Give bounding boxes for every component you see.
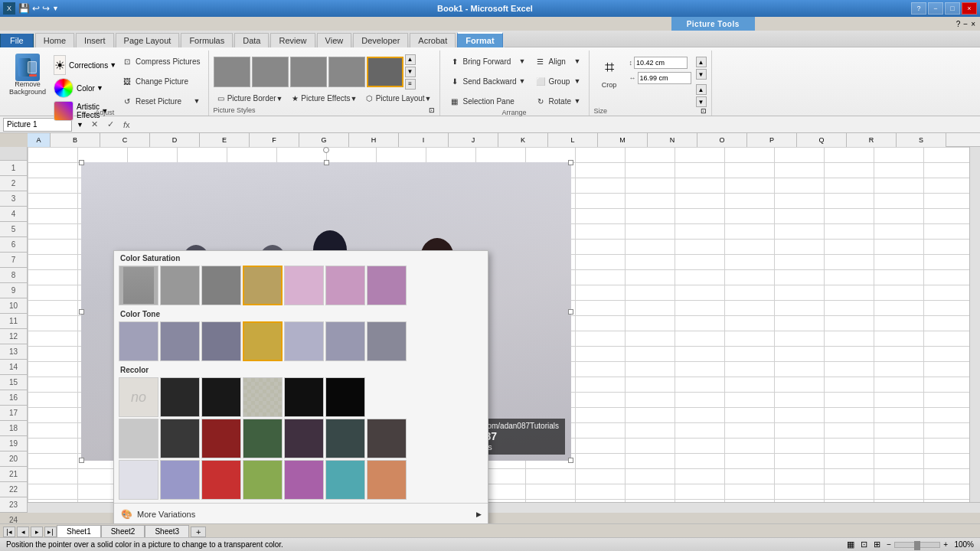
row-14[interactable]: 14 bbox=[0, 360, 27, 375]
send-backward-button[interactable]: ⬇ Send Backward ▼ bbox=[445, 73, 529, 89]
col-header-b[interactable]: B bbox=[51, 133, 100, 147]
row-11[interactable]: 11 bbox=[0, 314, 27, 329]
zoom-plus-btn[interactable]: + bbox=[943, 540, 948, 549]
sat-swatch-5[interactable] bbox=[325, 266, 365, 305]
color-button[interactable]: Color ▼ bbox=[51, 77, 116, 99]
sheet-nav-next[interactable]: ▸ bbox=[31, 527, 43, 537]
tab-review[interactable]: Review bbox=[270, 33, 315, 47]
sat-swatch-2[interactable] bbox=[201, 266, 241, 305]
handle-tl[interactable] bbox=[79, 160, 84, 165]
row-22[interactable]: 22 bbox=[0, 482, 27, 497]
col-header-o[interactable]: O bbox=[697, 133, 747, 147]
tab-data[interactable]: Data bbox=[234, 33, 269, 47]
bring-forward-button[interactable]: ⬆ Bring Forward ▼ bbox=[445, 54, 529, 69]
row-23[interactable]: 23 bbox=[0, 497, 27, 513]
rec-swatch-r3-5[interactable] bbox=[325, 460, 365, 500]
style-thumb-4[interactable] bbox=[328, 57, 365, 87]
zoom-slider[interactable] bbox=[894, 542, 940, 548]
formula-input[interactable] bbox=[136, 118, 977, 132]
insert-function-icon[interactable]: fx bbox=[120, 120, 133, 129]
rec-swatch-r2-5[interactable] bbox=[325, 419, 365, 458]
rec-swatch-1[interactable] bbox=[160, 377, 200, 417]
handle-bl[interactable] bbox=[79, 458, 84, 463]
restore-button[interactable]: □ bbox=[945, 2, 960, 15]
row-1[interactable]: 1 bbox=[0, 161, 27, 176]
zoom-minus-btn[interactable]: − bbox=[887, 540, 891, 549]
handle-br[interactable] bbox=[568, 458, 573, 463]
col-header-q[interactable]: Q bbox=[797, 133, 847, 147]
rec-swatch-r2-4[interactable] bbox=[284, 419, 324, 458]
col-header-i[interactable]: I bbox=[399, 133, 449, 147]
sat-swatch-4[interactable] bbox=[284, 266, 324, 305]
tone-swatch-4[interactable] bbox=[284, 321, 324, 361]
rec-swatch-0[interactable]: no bbox=[119, 377, 158, 417]
rec-swatch-2[interactable] bbox=[201, 377, 241, 417]
row-15[interactable]: 15 bbox=[0, 375, 27, 390]
minimize-button[interactable]: − bbox=[928, 2, 943, 15]
height-up-btn[interactable]: ▲ bbox=[696, 57, 707, 67]
rec-swatch-r3-0[interactable] bbox=[119, 460, 158, 500]
row-16[interactable]: 16 bbox=[0, 390, 27, 406]
row-4[interactable]: 4 bbox=[0, 207, 27, 222]
rec-swatch-r2-2[interactable] bbox=[201, 419, 241, 458]
change-picture-button[interactable]: 🖼 Change Picture bbox=[117, 73, 203, 89]
col-header-f[interactable]: F bbox=[250, 133, 299, 147]
col-header-p[interactable]: P bbox=[747, 133, 797, 147]
rec-swatch-5[interactable] bbox=[325, 377, 365, 417]
view-break-btn[interactable]: ⊞ bbox=[874, 540, 880, 549]
align-button[interactable]: ☰ Align ▼ bbox=[531, 54, 584, 69]
row-24[interactable]: 24 bbox=[0, 513, 27, 523]
col-header-m[interactable]: M bbox=[598, 133, 648, 147]
style-thumb-2[interactable] bbox=[252, 57, 289, 87]
tone-swatch-6[interactable] bbox=[367, 321, 407, 361]
sat-swatch-3-active[interactable] bbox=[243, 266, 283, 305]
col-header-n[interactable]: N bbox=[648, 133, 697, 147]
crop-button[interactable]: ⌗ Crop bbox=[594, 54, 625, 91]
tab-home[interactable]: Home bbox=[35, 33, 74, 47]
view-normal-btn[interactable]: ▦ bbox=[847, 540, 854, 549]
style-scroll-up[interactable]: ▲ bbox=[405, 54, 416, 65]
row-19[interactable]: 19 bbox=[0, 436, 27, 452]
tab-formulas[interactable]: Formulas bbox=[181, 33, 233, 47]
sheet-nav-last[interactable]: ▸| bbox=[44, 527, 57, 537]
rec-swatch-r2-6[interactable] bbox=[367, 419, 407, 458]
compress-pictures-button[interactable]: ⊡ Compress Pictures bbox=[117, 54, 203, 69]
dropdown-icon[interactable]: ▼ bbox=[52, 5, 59, 12]
help-icon[interactable]: ? bbox=[911, 2, 926, 15]
border-arrow[interactable]: ▼ bbox=[276, 95, 283, 103]
view-page-btn[interactable]: ⊡ bbox=[861, 540, 867, 549]
bring-forward-arrow[interactable]: ▼ bbox=[519, 57, 526, 65]
rec-swatch-r3-1[interactable] bbox=[160, 460, 200, 500]
close-button[interactable]: × bbox=[962, 2, 977, 15]
rec-swatch-r2-0[interactable] bbox=[119, 419, 158, 458]
tab-insert[interactable]: Insert bbox=[76, 33, 114, 47]
rotate-button[interactable]: ↻ Rotate ▼ bbox=[531, 93, 584, 109]
picture-effects-button[interactable]: ★ Picture Effects ▼ bbox=[288, 91, 361, 106]
help-btn[interactable]: ? bbox=[956, 20, 961, 28]
undo-icon[interactable]: ↩ bbox=[32, 3, 40, 14]
row-12[interactable]: 12 bbox=[0, 329, 27, 344]
color-arrow[interactable]: ▼ bbox=[96, 84, 103, 92]
height-input[interactable] bbox=[634, 57, 688, 69]
collapse-btn[interactable]: − bbox=[963, 20, 968, 28]
reset-picture-button[interactable]: ↺ Reset Picture ▼ bbox=[117, 93, 203, 109]
col-header-g[interactable]: G bbox=[299, 133, 349, 147]
col-header-c[interactable]: C bbox=[100, 133, 150, 147]
group-arrow[interactable]: ▼ bbox=[574, 77, 581, 85]
rec-swatch-r2-3[interactable] bbox=[243, 419, 283, 458]
handle-ml[interactable] bbox=[79, 309, 84, 315]
group-button[interactable]: ⬜ Group ▼ bbox=[531, 73, 584, 89]
vertical-scrollbar[interactable] bbox=[969, 147, 980, 502]
row-9[interactable]: 9 bbox=[0, 283, 27, 298]
layout-arrow[interactable]: ▼ bbox=[425, 95, 432, 103]
row-6[interactable]: 6 bbox=[0, 237, 27, 253]
tone-swatch-0[interactable] bbox=[119, 321, 158, 361]
col-header-d[interactable]: D bbox=[150, 133, 200, 147]
save-icon[interactable]: 💾 bbox=[18, 3, 30, 14]
row-17[interactable]: 17 bbox=[0, 406, 27, 421]
col-header-r[interactable]: R bbox=[847, 133, 897, 147]
col-header-j[interactable]: J bbox=[449, 133, 498, 147]
row-10[interactable]: 10 bbox=[0, 298, 27, 314]
row-2[interactable]: 2 bbox=[0, 176, 27, 191]
rec-swatch-r3-6[interactable] bbox=[367, 460, 407, 500]
